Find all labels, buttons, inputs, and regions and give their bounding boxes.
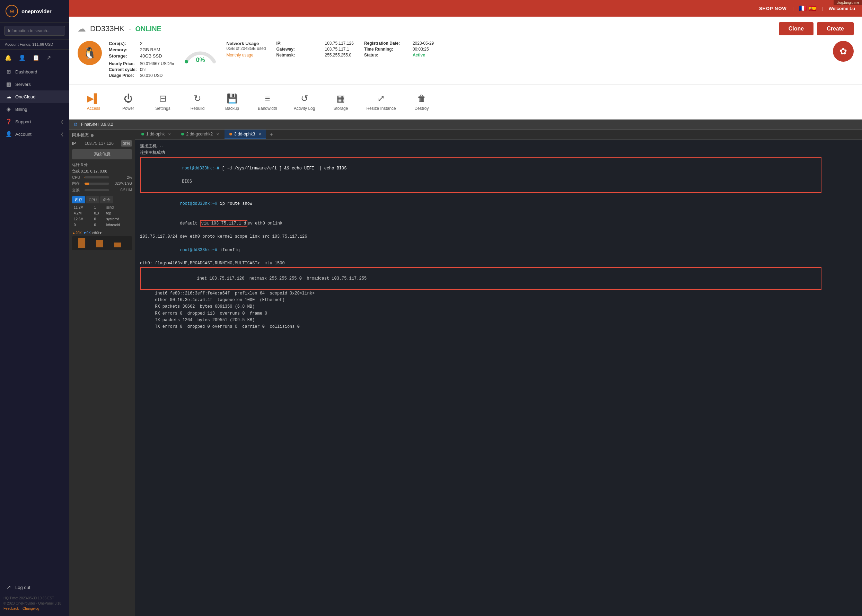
swap-bar-wrap bbox=[85, 189, 109, 191]
tab-cmd[interactable]: 命令 bbox=[100, 196, 113, 203]
sidebar-item-logout[interactable]: ↗ Log out bbox=[0, 581, 69, 594]
docs-icon[interactable]: 📋 bbox=[33, 54, 39, 61]
alerts-icon[interactable]: 🔔 bbox=[5, 54, 12, 61]
sidebar-item-account[interactable]: 👤 Account ❮ bbox=[0, 128, 69, 140]
copy-ip-button[interactable]: 复制 bbox=[121, 140, 132, 146]
shopnow-link[interactable]: SHOP NOW bbox=[759, 6, 787, 11]
activity-log-icon: ↺ bbox=[301, 93, 308, 104]
finalshell-titlebar: 🖥 FinalShell 3.9.8.2 bbox=[69, 119, 862, 130]
sidebar-nav: 🔔 👤 📋 ↗ ⊞ Dashboard ▦ Servers ☁ OneCloud… bbox=[0, 50, 69, 578]
monthly-usage-link[interactable]: Monthly usage bbox=[226, 53, 253, 58]
fs-ip-value: 103.75.117.126 bbox=[85, 141, 113, 146]
sysinfo-button[interactable]: 系统信息 bbox=[72, 149, 132, 159]
action-buttons: ▶▌ Access ⏻ Power ⊟ Settings ↻ Rebuild 💾 bbox=[69, 85, 862, 119]
status-badge: Active bbox=[413, 53, 425, 58]
cores-value: 2 bbox=[140, 41, 142, 46]
add-tab-button[interactable]: + bbox=[267, 130, 275, 139]
reg-section: IP: 103.75.117.126 Gateway: 103.75.117.1… bbox=[276, 41, 353, 58]
blog-badge: blog.tanglu.me bbox=[834, 0, 862, 5]
term-line: default via 103.75.117.1 dev eth0 onlink bbox=[140, 214, 857, 234]
sidebar-item-label: Billing bbox=[15, 107, 27, 112]
sidebar-item-label: Support bbox=[15, 119, 31, 124]
server-status: ONLINE bbox=[135, 25, 162, 33]
svg-rect-2 bbox=[114, 242, 121, 247]
term-line: TX errors 0 dropped 0 overruns 0 carrier… bbox=[140, 324, 857, 330]
profile-icon[interactable]: 👤 bbox=[19, 54, 26, 61]
net-info: ▲20K ▼9K eth0▼ bbox=[72, 231, 132, 235]
mem-stat: 内存 328M/1.9G bbox=[72, 181, 132, 186]
gateway-value: 103.75.117.1 bbox=[325, 47, 349, 52]
close-tab-1[interactable]: ✕ bbox=[168, 132, 171, 136]
action-activity-log[interactable]: ↺ Activity Log bbox=[286, 88, 323, 116]
settings-icon: ⊟ bbox=[159, 93, 166, 104]
logout-icon: ↗ bbox=[6, 584, 12, 590]
swap-label: 交换 bbox=[72, 187, 82, 193]
storage-row: Storage: 40GB SSD bbox=[109, 53, 174, 58]
swap-stat: 交换 0/511M bbox=[72, 187, 132, 193]
changelog-link[interactable]: Changelog bbox=[22, 607, 39, 610]
action-rebuild[interactable]: ↻ Rebuild bbox=[180, 88, 215, 116]
server-panel: ☁ DD333HK - ONLINE Clone Create 🐧 Core bbox=[69, 17, 862, 85]
ip-row: IP 103.75.117.126 复制 bbox=[72, 140, 132, 146]
logo-red-button[interactable]: ✿ bbox=[833, 41, 854, 62]
feedback-link[interactable]: Feedback bbox=[3, 607, 19, 610]
action-resize[interactable]: ⤢ Resize Instance bbox=[358, 88, 404, 116]
action-access[interactable]: ▶▌ Access bbox=[76, 88, 111, 116]
sidebar-logo[interactable]: ⊕ oneprovider bbox=[0, 0, 69, 22]
close-tab-2[interactable]: ✕ bbox=[216, 132, 219, 136]
dashboard-icon: ⊞ bbox=[6, 69, 12, 75]
tab-dot-2 bbox=[181, 133, 184, 135]
memory-value: 2GB RAM bbox=[140, 47, 160, 52]
term-highlight-inline: inet 103.75.117.126 netmask 255.255.255.… bbox=[140, 267, 821, 290]
terminal-tab-2[interactable]: 2 dd-gcorehk2 ✕ bbox=[176, 130, 224, 139]
sync-status: 同步状态 bbox=[72, 132, 132, 138]
fs-right-panel: 1 dd-ophk ✕ 2 dd-gcorehk2 ✕ 3 dd-ophk3 bbox=[135, 130, 862, 616]
process-row: 00kthreadd bbox=[73, 222, 131, 228]
terminal-tab-3[interactable]: 3 dd-ophk3 ✕ bbox=[225, 130, 266, 139]
tab-mem[interactable]: 内存 bbox=[72, 196, 85, 203]
sidebar-bottom: ↗ Log out HQ Time: 2023-05-30 10:36 EST … bbox=[0, 578, 69, 616]
clone-button[interactable]: Clone bbox=[779, 22, 813, 35]
net-chart-svg bbox=[72, 236, 132, 250]
sidebar-item-servers[interactable]: ▦ Servers bbox=[0, 78, 69, 90]
mem-label: 内存 bbox=[72, 181, 82, 186]
tab-label-1: 1 dd-ophk bbox=[146, 132, 165, 137]
cpu-bar bbox=[85, 176, 85, 178]
logout-top-icon[interactable]: ↗ bbox=[46, 54, 51, 61]
action-destroy[interactable]: 🗑 Destroy bbox=[404, 88, 439, 116]
sidebar-item-label: Log out bbox=[15, 585, 30, 590]
tab-cpu[interactable]: CPU bbox=[86, 196, 99, 203]
terminal-tab-1[interactable]: 1 dd-ophk ✕ bbox=[137, 130, 176, 139]
flag-es[interactable]: 🇪🇸 bbox=[809, 5, 816, 12]
storage-icon: ▦ bbox=[336, 93, 345, 104]
sidebar-item-billing[interactable]: ◈ Billing bbox=[0, 103, 69, 115]
create-button[interactable]: Create bbox=[817, 22, 854, 35]
process-table: 11.2M1sshd 4.2M0.3top 12.6M0systemd 00kt… bbox=[72, 204, 132, 228]
term-line: root@dd333hk:~# ifconfig bbox=[140, 240, 857, 261]
action-settings[interactable]: ⊟ Settings bbox=[146, 88, 180, 116]
finalshell-panel: 🖥 FinalShell 3.9.8.2 同步状态 IP 103.75.117.… bbox=[69, 119, 862, 616]
mem-val: 328M/1.9G bbox=[111, 182, 132, 185]
action-backup[interactable]: 💾 Backup bbox=[215, 88, 250, 116]
copyright: © 2023 OneProvider - OnePanel 3.18 bbox=[3, 601, 66, 606]
close-tab-3[interactable]: ✕ bbox=[259, 132, 261, 136]
tab-label-2: 2 dd-gcorehk2 bbox=[186, 132, 213, 137]
memory-row: Memory: 2GB RAM bbox=[109, 47, 174, 52]
term-line: ether 00:16:3e:4e:a6:4f txqueuelen 1000 … bbox=[140, 297, 857, 303]
search-input[interactable] bbox=[4, 26, 65, 36]
action-power[interactable]: ⏻ Power bbox=[111, 88, 146, 116]
term-line: inet6 fe80::216:3eff:fe4e:a64f prefixlen… bbox=[140, 290, 857, 297]
gauge-label: 0% bbox=[196, 57, 205, 64]
sidebar-item-support[interactable]: ❓ Support ❮ bbox=[0, 115, 69, 128]
gauge-section: 0% bbox=[181, 41, 219, 64]
flag-fr[interactable]: 🇫🇷 bbox=[799, 5, 807, 12]
terminal-content[interactable]: 连接主机... 连接主机成功 root@dd333hk:~# [ -d /sys… bbox=[135, 140, 862, 616]
net-down: ▼9K bbox=[83, 231, 91, 235]
sidebar-item-onecloud[interactable]: ☁ OneCloud bbox=[0, 90, 69, 103]
action-storage[interactable]: ▦ Storage bbox=[323, 88, 358, 116]
sidebar-item-dashboard[interactable]: ⊞ Dashboard bbox=[0, 66, 69, 78]
storage-value: 40GB SSD bbox=[140, 53, 162, 58]
process-row: 11.2M1sshd bbox=[73, 205, 131, 210]
server-title: ☁ DD333HK - ONLINE bbox=[78, 24, 162, 34]
action-bandwidth[interactable]: ≡ Bandwidth bbox=[250, 88, 286, 116]
